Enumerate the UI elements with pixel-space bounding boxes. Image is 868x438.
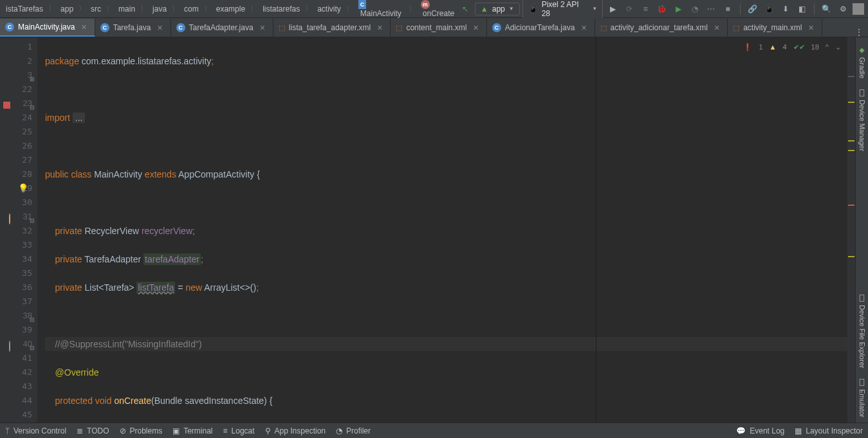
chevron-right-icon: 〉	[407, 4, 418, 14]
override-icon[interactable]	[1, 212, 10, 221]
search-button[interactable]: 🔍	[820, 2, 834, 16]
main-area: 1 2 3⊞ 22 23⊟ 24 25 26 27 28 💡29 30 31⊟ …	[0, 37, 868, 423]
gutter[interactable]: 1 2 3⊞ 22 23⊟ 24 25 26 27 28 💡29 30 31⊟ …	[0, 37, 37, 423]
line-number: 39	[3, 323, 32, 337]
more-tabs-button[interactable]: ⋮	[850, 28, 868, 37]
settings-button[interactable]: ⚙	[836, 2, 851, 16]
sdk-manager-button[interactable]: ⬇	[779, 2, 793, 16]
intention-bulb-icon[interactable]: 💡	[18, 181, 28, 196]
breadcrumb-item[interactable]: java	[151, 5, 169, 14]
breadcrumb-item[interactable]: main	[116, 5, 137, 14]
close-icon[interactable]: ×	[581, 23, 586, 33]
editor-tab[interactable]: ⬚activity_adicionar_tarefa.xml×	[595, 19, 728, 37]
line-number: 26	[3, 139, 32, 153]
fold-icon[interactable]: ⊟	[29, 100, 35, 106]
profile-button[interactable]: ◔	[688, 2, 702, 16]
tool-button-todo[interactable]: ≣TODO	[77, 426, 109, 435]
coverage-button[interactable]: ▶	[672, 2, 686, 16]
editor-tab[interactable]: AdicionarTarefa.java×	[487, 19, 595, 37]
up-arrow-icon[interactable]: ^	[826, 40, 829, 54]
line-number: 💡29	[3, 181, 32, 196]
device-selector[interactable]: 📱 Pixel 2 API 28 ▼	[522, 0, 604, 20]
line-number: 43	[3, 379, 32, 394]
breadcrumb-item[interactable]: example	[214, 5, 247, 14]
close-icon[interactable]: ×	[473, 23, 478, 33]
apply-code-changes-button[interactable]: ≡	[638, 2, 652, 16]
close-icon[interactable]: ×	[260, 23, 265, 33]
tool-tab-gradle[interactable]: Gradle	[856, 41, 867, 84]
xml-icon: ⬚	[396, 24, 402, 32]
editor-tab[interactable]: TarefaAdapter.java×	[171, 19, 273, 37]
fold-icon[interactable]: ⊟	[29, 214, 35, 219]
breadcrumb-item[interactable]: activity	[315, 5, 343, 14]
line-number: 31⊟	[3, 210, 32, 224]
down-arrow-icon[interactable]: ⌄	[835, 40, 841, 54]
fold-icon[interactable]: ⊟	[29, 341, 35, 347]
implement-icon[interactable]	[1, 340, 10, 349]
breadcrumb-item[interactable]: src	[89, 5, 103, 14]
profiler-icon: ◔	[336, 426, 342, 435]
editor-tab[interactable]: Tarefa.java×	[95, 19, 171, 37]
tool-button-layout-inspector[interactable]: ▦Layout Inspector	[795, 426, 863, 435]
sync-gradle-button[interactable]: 🔗	[746, 2, 760, 16]
line-number: 38⊟	[3, 309, 32, 323]
class-icon	[358, 0, 367, 9]
close-icon[interactable]: ×	[377, 23, 382, 33]
code-editor[interactable]: package com.example.listatarefas.activit…	[37, 37, 847, 423]
scrollbar-marks[interactable]	[847, 37, 855, 423]
breadcrumb-item[interactable]: MainActivity	[356, 0, 405, 18]
tool-button-event-log[interactable]: 💬Event Log	[736, 426, 784, 435]
error-icon: ❗	[743, 40, 752, 54]
close-icon[interactable]: ×	[809, 23, 814, 33]
editor-tab[interactable]: ⬚content_main.xml×	[391, 19, 486, 37]
inspection-widget[interactable]: ❗1 ▲4 ✔✔18 ^ ⌄	[743, 40, 841, 54]
fold-icon[interactable]: ⊞	[29, 72, 35, 78]
svg-rect-1	[860, 295, 864, 301]
line-number: 41	[3, 351, 32, 365]
line-number: 3⊞	[3, 68, 32, 82]
close-icon[interactable]: ×	[81, 22, 86, 32]
tool-button-logcat[interactable]: ≡Logcat	[223, 426, 255, 435]
close-icon[interactable]: ×	[714, 23, 719, 33]
line-number: 32	[3, 224, 32, 238]
tool-button-profiler[interactable]: ◔Profiler	[336, 426, 371, 435]
run-button[interactable]: ▶	[605, 2, 620, 16]
tool-button-app-inspection[interactable]: ⚲App Inspection	[265, 426, 326, 435]
account-button[interactable]	[853, 3, 864, 15]
attach-debugger-button[interactable]: ⋯	[705, 2, 719, 16]
xml-icon: ⬚	[279, 24, 285, 32]
tool-tab-device-manager[interactable]: Device Manager	[856, 84, 867, 156]
tool-tab-emulator[interactable]: Emulator	[856, 373, 867, 423]
breadcrumb-item[interactable]: listatarefas	[261, 5, 302, 14]
editor-tab[interactable]: MainActivity.java ×	[0, 19, 95, 37]
apply-changes-button[interactable]: ⟳	[622, 2, 636, 16]
stop-button[interactable]: ■	[721, 2, 735, 16]
breadcrumb-item[interactable]: com	[182, 5, 201, 14]
tool-button-terminal[interactable]: ▣Terminal	[172, 426, 212, 435]
resource-manager-button[interactable]: ◧	[795, 2, 809, 16]
back-button[interactable]: ↖	[458, 2, 472, 16]
tool-tab-device-file-explorer[interactable]: Device File Explorer	[856, 289, 867, 373]
close-icon[interactable]: ×	[157, 23, 162, 33]
line-number: 23⊟	[3, 96, 32, 111]
editor-tab-bar: MainActivity.java × Tarefa.java× TarefaA…	[0, 18, 868, 37]
bookmark-icon[interactable]	[1, 99, 10, 108]
fold-icon[interactable]: ⊟	[29, 313, 35, 318]
breadcrumb-item[interactable]: app	[59, 5, 75, 14]
tool-button-problems[interactable]: ⊘Problems	[120, 426, 163, 435]
line-number: 44	[3, 394, 32, 408]
problems-icon: ⊘	[120, 426, 126, 435]
editor-tab[interactable]: ⬚lista_tarefa_adapter.xml×	[273, 19, 391, 37]
editor-tab[interactable]: ⬚activity_main.xml×	[728, 19, 822, 37]
tool-button-vcs[interactable]: ᛘVersion Control	[5, 426, 66, 435]
breadcrumb-item[interactable]: istaTarefas	[4, 5, 45, 14]
breadcrumb-item[interactable]: m onCreate	[419, 0, 458, 18]
line-number: 35	[3, 266, 32, 280]
line-number: 25	[3, 125, 32, 139]
run-config-selector[interactable]: ▲ app ▼	[475, 3, 520, 15]
right-tool-stripe: Gradle Device Manager Device File Explor…	[855, 37, 868, 423]
avd-manager-button[interactable]: 📱	[762, 2, 776, 16]
editor-wrap: 1 2 3⊞ 22 23⊟ 24 25 26 27 28 💡29 30 31⊟ …	[0, 37, 855, 423]
debug-button[interactable]: 🐞	[655, 2, 669, 16]
chevron-right-icon: 〉	[46, 4, 57, 14]
